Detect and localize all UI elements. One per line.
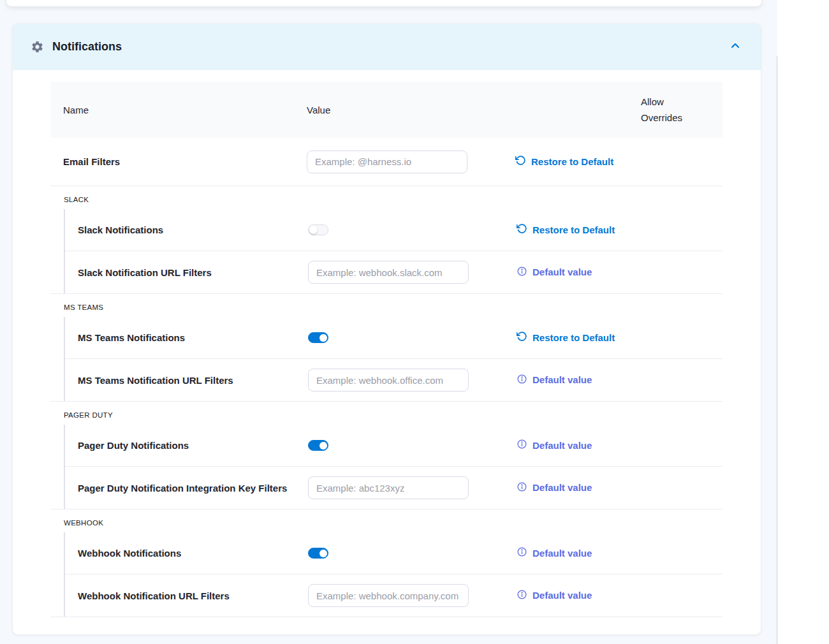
- right-background-strip: [777, 0, 829, 644]
- setting-label: Email Filters: [50, 156, 307, 167]
- group-label: MS TEAMS: [50, 304, 723, 311]
- table-row-pager-duty-notifications: Pager Duty Notifications Default value: [65, 425, 723, 467]
- setting-label: Slack Notifications: [65, 224, 308, 235]
- setting-label: MS Teams Notification URL Filters: [65, 375, 308, 386]
- settings-group-slack: SLACK Slack Notifications Restore to Def…: [50, 186, 723, 294]
- restore-to-default-link[interactable]: Restore to Default: [517, 223, 615, 236]
- info-icon: [517, 374, 527, 386]
- setting-label: Pager Duty Notification Integration Key …: [65, 483, 308, 494]
- settings-table: Name Value Allow Overrides Email Filters…: [13, 70, 761, 617]
- table-row-ms-teams-url-filters: MS Teams Notification URL Filters Defaul…: [65, 359, 723, 401]
- group-label: SLACK: [50, 196, 723, 203]
- table-row-ms-teams-notifications: MS Teams Notifications Restore to Defaul…: [65, 317, 723, 359]
- previous-section-card-edge: [6, 0, 761, 6]
- setting-label: Pager Duty Notifications: [65, 440, 308, 451]
- default-value-link[interactable]: Default value: [517, 589, 592, 602]
- pager-duty-key-filters-input[interactable]: [308, 476, 469, 499]
- info-icon: [517, 439, 527, 451]
- webhook-url-filters-input[interactable]: [308, 584, 469, 607]
- restore-to-default-link[interactable]: Restore to Default: [515, 155, 613, 168]
- slack-notifications-toggle[interactable]: [308, 224, 328, 235]
- panel-title: Notifications: [52, 40, 122, 54]
- collapse-section-button[interactable]: [728, 40, 743, 55]
- ms-teams-notifications-toggle[interactable]: [308, 332, 328, 343]
- info-icon: [517, 546, 527, 559]
- slack-url-filters-input[interactable]: [308, 261, 469, 284]
- table-row-email-filters: Email Filters Restore to Default: [50, 138, 723, 186]
- table-row-pager-duty-key-filters: Pager Duty Notification Integration Key …: [65, 467, 723, 509]
- setting-label: Slack Notification URL Filters: [65, 267, 308, 278]
- pager-duty-notifications-toggle[interactable]: [308, 440, 328, 451]
- setting-label: Webhook Notification URL Filters: [65, 590, 308, 601]
- table-row-webhook-notifications: Webhook Notifications Default value: [65, 532, 723, 574]
- settings-group-webhook: WEBHOOK Webhook Notifications Default va…: [50, 509, 723, 617]
- column-header-allow-overrides: Allow Overrides: [641, 94, 693, 126]
- gear-icon: [31, 40, 44, 54]
- restore-icon: [517, 331, 527, 344]
- notifications-panel-header[interactable]: Notifications: [13, 24, 761, 70]
- column-header-value: Value: [307, 102, 515, 118]
- default-value-link[interactable]: Default value: [517, 266, 592, 279]
- table-header-row: Name Value Allow Overrides: [50, 82, 723, 138]
- webhook-notifications-toggle[interactable]: [308, 548, 328, 559]
- settings-group-ms-teams: MS TEAMS MS Teams Notifications Restore …: [50, 294, 723, 402]
- default-value-link[interactable]: Default value: [517, 546, 592, 559]
- table-row-slack-url-filters: Slack Notification URL Filters Default v…: [65, 251, 723, 293]
- default-value-link[interactable]: Default value: [517, 374, 592, 386]
- info-icon: [517, 589, 527, 602]
- ms-teams-url-filters-input[interactable]: [308, 369, 469, 392]
- restore-to-default-link[interactable]: Restore to Default: [517, 331, 615, 344]
- column-header-name: Name: [50, 102, 307, 118]
- default-value-link[interactable]: Default value: [517, 439, 592, 451]
- info-icon: [517, 266, 527, 279]
- group-label: WEBHOOK: [50, 519, 723, 527]
- restore-icon: [517, 223, 527, 236]
- table-row-webhook-url-filters: Webhook Notification URL Filters Default…: [65, 574, 723, 617]
- default-value-link[interactable]: Default value: [517, 481, 592, 494]
- info-icon: [517, 481, 527, 494]
- setting-label: Webhook Notifications: [65, 548, 308, 559]
- restore-icon: [515, 155, 526, 168]
- chevron-up-icon: [729, 40, 742, 54]
- settings-group-pager-duty: PAGER DUTY Pager Duty Notifications Defa…: [50, 402, 723, 509]
- group-label: PAGER DUTY: [50, 411, 723, 419]
- table-row-slack-notifications: Slack Notifications Restore to Default: [65, 209, 723, 251]
- email-filters-input[interactable]: [307, 150, 467, 173]
- setting-label: MS Teams Notifications: [65, 332, 308, 343]
- vertical-divider: [777, 56, 777, 644]
- notifications-panel: Notifications Name Value Allow Overrides…: [13, 24, 761, 634]
